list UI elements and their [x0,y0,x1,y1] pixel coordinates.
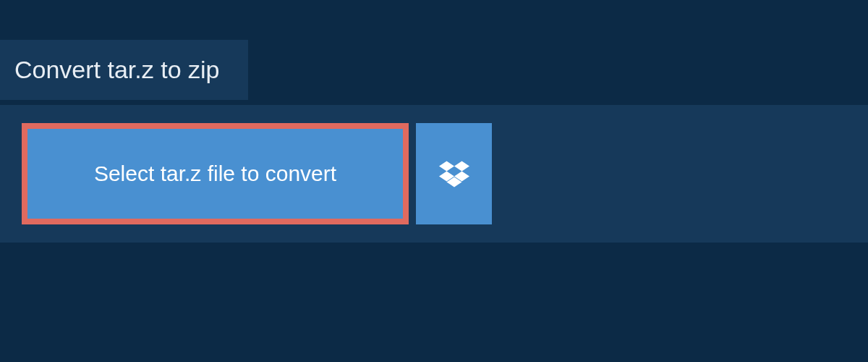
dropbox-button[interactable] [416,123,492,224]
page-title: Convert tar.z to zip [0,40,248,100]
upload-panel: Select tar.z file to convert [0,105,868,243]
page-title-text: Convert tar.z to zip [14,56,219,83]
select-file-button[interactable]: Select tar.z file to convert [22,123,409,224]
button-group: Select tar.z file to convert [22,123,492,224]
dropbox-icon [439,159,469,189]
select-file-button-label: Select tar.z file to convert [94,161,336,186]
